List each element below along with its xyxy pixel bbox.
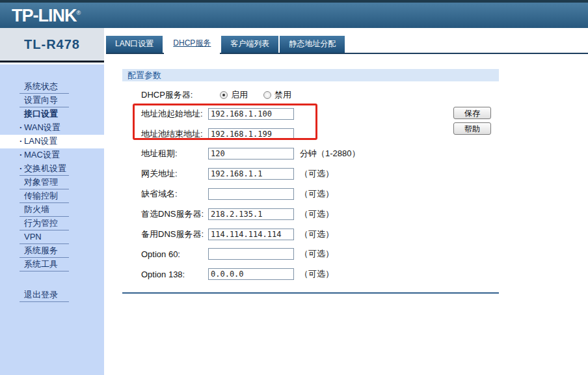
sidebar-item-mac-settings[interactable]: MAC设置 [0, 148, 104, 162]
model-name: TL-R478 [24, 37, 80, 52]
pool-start-label: 地址池起始地址: [141, 108, 208, 120]
dhcp-pool-end-input[interactable] [208, 128, 294, 140]
pool-end-label: 地址池结束地址: [141, 128, 208, 140]
primary-dns-row: 首选DNS服务器: （可选） [141, 208, 334, 220]
default-domain-row: 缺省域名: （可选） [141, 188, 334, 200]
tab-static-address-assignment[interactable]: 静态地址分配 [280, 36, 345, 53]
secondary-dns-hint: （可选） [300, 229, 334, 240]
dhcp-pool-start-input[interactable] [208, 108, 294, 120]
gateway-label: 网关地址: [141, 168, 208, 180]
gateway-hint: （可选） [300, 168, 334, 180]
registered-mark: ® [76, 10, 80, 16]
primary-dns-input[interactable] [208, 208, 294, 220]
lease-time-input[interactable] [208, 148, 294, 160]
sidebar-item-lan-settings[interactable]: LAN设置 [0, 135, 104, 148]
option138-label: Option 138: [141, 270, 208, 279]
option60-hint: （可选） [300, 248, 334, 260]
option138-hint: （可选） [300, 268, 334, 280]
secondary-dns-input[interactable] [208, 229, 294, 240]
sidebar-item-system-services[interactable]: 系统服务 [0, 244, 104, 258]
sidebar-item-object-management[interactable]: 对象管理 [0, 176, 104, 189]
sidebar-item-logout[interactable]: 退出登录 [0, 288, 104, 302]
default-domain-label: 缺省域名: [141, 188, 208, 200]
option138-row: Option 138: （可选） [141, 268, 334, 280]
dhcp-disable-label: 禁用 [274, 89, 291, 101]
dhcp-server-label: DHCP服务器: [141, 89, 208, 101]
tab-bar: LAN口设置 DHCP服务 客户端列表 静态地址分配 [106, 36, 588, 54]
sidebar-item-system-status[interactable]: 系统状态 [0, 80, 104, 94]
secondary-dns-row: 备用DNS服务器: （可选） [141, 229, 334, 240]
pool-end-row: 地址池结束地址: [141, 128, 300, 140]
secondary-dns-label: 备用DNS服务器: [141, 229, 208, 240]
lease-time-hint: 分钟（1-2880） [300, 148, 360, 160]
save-button[interactable]: 保存 [453, 107, 491, 119]
tab-dhcp-service[interactable]: DHCP服务 [164, 35, 220, 54]
lease-time-row: 地址租期: 分钟（1-2880） [141, 148, 360, 160]
dhcp-enable-radio[interactable] [220, 91, 228, 99]
dhcp-server-row: DHCP服务器: 启用 禁用 [141, 89, 295, 101]
dhcp-enable-label: 启用 [231, 89, 248, 101]
default-domain-hint: （可选） [300, 188, 334, 200]
tab-client-list[interactable]: 客户端列表 [221, 36, 278, 53]
sidebar: 系统状态 设置向导 接口设置 WAN设置 LAN设置 MAC设置 交换机设置 对… [0, 64, 104, 375]
model-panel: TL-R478 [0, 28, 104, 62]
pool-start-row: 地址池起始地址: [141, 108, 300, 120]
gateway-input[interactable] [208, 168, 294, 180]
sidebar-item-system-tools[interactable]: 系统工具 [0, 258, 104, 271]
primary-dns-hint: （可选） [300, 208, 334, 220]
top-brand-bar: TP-LINK® [0, 0, 588, 28]
logo-text: TP-LINK [12, 6, 76, 25]
sidebar-item-interface-settings[interactable]: 接口设置 [0, 107, 104, 121]
option60-label: Option 60: [141, 249, 208, 259]
sidebar-item-switch-settings[interactable]: 交换机设置 [0, 162, 104, 176]
sidebar-item-wan-settings[interactable]: WAN设置 [0, 121, 104, 135]
sidebar-item-setup-wizard[interactable]: 设置向导 [0, 94, 104, 107]
section-title: 配置参数 [122, 69, 499, 81]
primary-dns-label: 首选DNS服务器: [141, 208, 208, 220]
help-button[interactable]: 帮助 [453, 122, 491, 135]
default-domain-input[interactable] [208, 188, 294, 200]
option60-row: Option 60: （可选） [141, 248, 334, 260]
option60-input[interactable] [208, 248, 294, 260]
option138-input[interactable] [208, 268, 294, 280]
sidebar-item-vpn[interactable]: VPN [0, 230, 104, 244]
sidebar-item-transmission-control[interactable]: 传输控制 [0, 189, 104, 203]
bottom-separator [122, 292, 499, 294]
router-admin-page: TP-LINK® TL-R478 系统状态 设置向导 接口设置 WAN设置 LA… [0, 0, 588, 375]
gateway-row: 网关地址: （可选） [141, 168, 334, 180]
dhcp-disable-radio[interactable] [263, 91, 271, 99]
lease-time-label: 地址租期: [141, 148, 208, 160]
sidebar-item-behavior-control[interactable]: 行为管控 [0, 217, 104, 230]
sidebar-item-firewall[interactable]: 防火墙 [0, 203, 104, 217]
tab-lan-port-settings[interactable]: LAN口设置 [106, 36, 163, 53]
tplink-logo: TP-LINK® [12, 6, 80, 26]
